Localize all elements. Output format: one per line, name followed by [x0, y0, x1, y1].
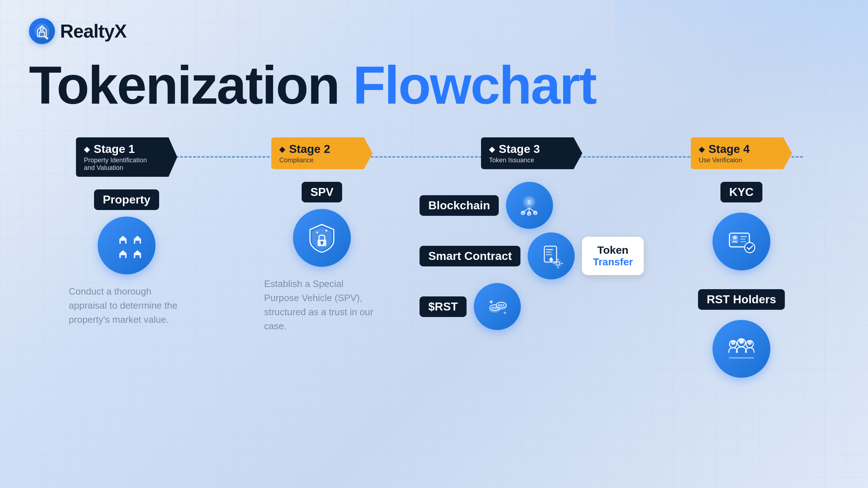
stage3-subtitle: Token Issuance	[489, 157, 572, 164]
stage3-column: ◆ Stage 3 Token Issuance Blockchain	[420, 137, 644, 330]
rst-label: $RST	[420, 296, 467, 317]
rst-holders-icon	[712, 320, 770, 378]
svg-rect-10	[135, 255, 140, 258]
token-transfer-line2: Transfer	[593, 256, 633, 268]
svg-text:S: S	[522, 212, 524, 215]
svg-point-3	[46, 37, 48, 39]
stage1-node-label: Property	[94, 189, 159, 210]
svg-rect-48	[740, 241, 746, 242]
stage4-badge: ◆ Stage 4 Use Verificaion	[691, 137, 792, 169]
token-transfer-bubble: Token Transfer	[582, 237, 644, 275]
stage4-subtitle: Use Verificaion	[699, 157, 782, 164]
stage1-badge-inner: ◆ Stage 1 Property Identificationand Val…	[76, 137, 177, 177]
logo-area: R RealtyX	[29, 18, 839, 44]
stage1-column: ◆ Stage 1 Property Identificationand Val…	[29, 137, 224, 327]
stage3-smartcontract-item: Smart Contract	[420, 232, 575, 279]
stage3-rst-item: $RST RST RST	[420, 283, 575, 330]
svg-text:$: $	[137, 237, 139, 241]
stage2-badge: ◆ Stage 2 Compliance	[271, 137, 373, 169]
svg-rect-30	[546, 254, 552, 255]
svg-rect-46	[740, 236, 747, 237]
logo-text: RealtyX	[60, 20, 127, 42]
svg-text:$: $	[137, 252, 139, 255]
svg-rect-56	[729, 357, 754, 359]
stage3-number: Stage 3	[499, 142, 540, 156]
svg-rect-8	[121, 255, 125, 258]
stage2-desc: Establish a Special Purpose Vehicle (SPV…	[264, 277, 380, 333]
svg-rect-29	[546, 252, 552, 253]
kyc-icon	[712, 213, 770, 270]
svg-point-51	[731, 341, 735, 345]
title-part2: Flowchart	[353, 55, 596, 115]
svg-rect-47	[740, 239, 745, 240]
title-part1: Tokenization	[29, 55, 353, 115]
svg-text:S: S	[528, 213, 530, 215]
stage2-badge-inner: ◆ Stage 2 Compliance	[271, 137, 373, 169]
stage4-kyc-item: KYC	[712, 182, 770, 281]
svg-point-53	[739, 339, 744, 344]
stage2-node-label: SPV	[302, 182, 342, 202]
rst-icon: RST RST	[474, 283, 521, 330]
stage4-items: KYC	[698, 182, 785, 388]
stage4-rst-holders-item: RST Holders	[698, 289, 785, 388]
stage1-badge: ◆ Stage 1 Property Identificationand Val…	[76, 137, 177, 177]
stage2-number: Stage 2	[289, 142, 330, 156]
rst-holders-label: RST Holders	[698, 289, 785, 310]
stage4-badge-inner: ◆ Stage 4 Use Verificaion	[691, 137, 792, 169]
svg-text:$: $	[122, 252, 124, 255]
svg-text:R: R	[40, 27, 44, 33]
svg-rect-6	[135, 241, 140, 244]
svg-text:S: S	[528, 199, 531, 205]
stage2-circle-icon	[293, 209, 351, 267]
svg-point-31	[554, 260, 562, 267]
logo-icon: R	[29, 18, 55, 44]
svg-text:S: S	[535, 212, 536, 215]
blockchain-icon: S S S S	[506, 182, 553, 229]
stage4-number: Stage 4	[709, 142, 750, 156]
svg-point-45	[733, 236, 737, 239]
smartcontract-label: Smart Contract	[420, 246, 520, 266]
flowchart: ◆ Stage 1 Property Identificationand Val…	[29, 137, 839, 388]
kyc-label: KYC	[720, 182, 762, 202]
stage1-number: Stage 1	[94, 142, 135, 156]
token-transfer-line1: Token	[593, 244, 633, 256]
stage3-diamond: ◆	[489, 145, 495, 154]
svg-text:$: $	[122, 237, 124, 241]
stage1-subtitle: Property Identificationand Valuation	[84, 157, 167, 172]
stage4-diamond: ◆	[699, 145, 705, 154]
smartcontract-icon	[528, 232, 575, 279]
stage1-circle-icon: $ $ $	[98, 217, 156, 274]
svg-rect-4	[121, 241, 125, 244]
stage3-badge: ◆ Stage 3 Token Issuance	[481, 137, 582, 169]
svg-point-49	[745, 243, 755, 253]
svg-text:RST: RST	[498, 304, 505, 307]
stage1-diamond: ◆	[84, 145, 90, 154]
stage4-column: ◆ Stage 4 Use Verificaion KYC	[644, 137, 839, 388]
stage3-content-row: Blockchain S	[420, 182, 644, 330]
stage3-blockchain-item: Blockchain S	[420, 182, 575, 229]
svg-point-55	[748, 341, 752, 345]
stage3-left: Blockchain S	[420, 182, 575, 330]
blockchain-label: Blockchain	[420, 195, 499, 216]
stage1-desc: Conduct a thorough appraisal to determin…	[69, 284, 184, 327]
stage2-column: ◆ Stage 2 Compliance SPV	[224, 137, 420, 333]
main-title: Tokenization Flowchart	[29, 59, 839, 112]
stage2-diamond: ◆	[279, 145, 285, 154]
stage2-subtitle: Compliance	[279, 157, 362, 164]
svg-rect-28	[546, 249, 553, 250]
stage3-badge-inner: ◆ Stage 3 Token Issuance	[481, 137, 582, 169]
page-container: R RealtyX Tokenization Flowchart ◆ Stage…	[0, 0, 868, 488]
svg-rect-14	[321, 243, 323, 245]
